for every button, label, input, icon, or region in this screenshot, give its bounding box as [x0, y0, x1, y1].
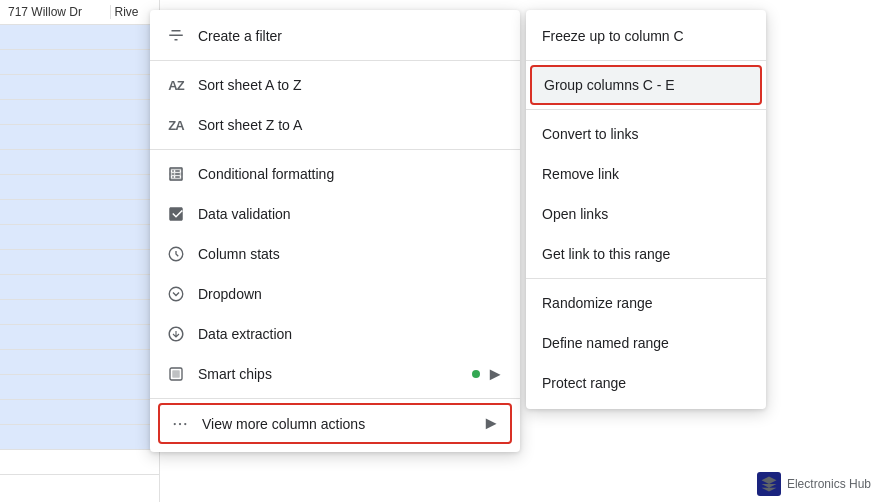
sub-context-menu: Freeze up to column C Group columns C - … [526, 10, 766, 409]
smart-chips-right: ► [472, 364, 504, 385]
cell-row-10 [0, 250, 159, 275]
svg-point-5 [179, 422, 181, 424]
data-validation-label: Data validation [198, 206, 504, 222]
sub-menu-item-convert-links[interactable]: Convert to links [526, 114, 766, 154]
cell-row-13 [0, 325, 159, 350]
cell-row-7 [0, 175, 159, 200]
cell-row-0: 717 Willow Dr Rive [0, 0, 159, 25]
cell-row-18 [0, 450, 159, 475]
cell-row-1 [0, 25, 159, 50]
dropdown-label: Dropdown [198, 286, 504, 302]
data-validation-icon [166, 204, 186, 224]
sort-az-label: Sort sheet A to Z [198, 77, 504, 93]
sub-menu-item-group-cols[interactable]: Group columns C - E [530, 65, 762, 105]
sub-menu-item-randomize[interactable]: Randomize range [526, 283, 766, 323]
sub-menu-item-define-named[interactable]: Define named range [526, 323, 766, 363]
divider-2 [150, 149, 520, 150]
sub-divider-2 [526, 109, 766, 110]
divider-3 [150, 398, 520, 399]
menu-item-sort-za[interactable]: ZA Sort sheet Z to A [150, 105, 520, 145]
menu-item-sort-az[interactable]: AZ Sort sheet A to Z [150, 65, 520, 105]
cell-row-15 [0, 375, 159, 400]
sub-menu-item-freeze-col-c[interactable]: Freeze up to column C [526, 16, 766, 56]
randomize-label: Randomize range [542, 295, 750, 311]
electronics-hub-logo [757, 472, 781, 496]
cell-area: 717 Willow Dr Rive [0, 0, 160, 502]
sort-az-icon: AZ [166, 75, 186, 95]
cell-row-16 [0, 400, 159, 425]
cell-row-3 [0, 75, 159, 100]
protect-range-label: Protect range [542, 375, 750, 391]
freeze-col-c-label: Freeze up to column C [542, 28, 750, 44]
cell-row-17 [0, 425, 159, 450]
cell-row-5 [0, 125, 159, 150]
conditional-formatting-label: Conditional formatting [198, 166, 504, 182]
menu-item-column-stats[interactable]: Column stats [150, 234, 520, 274]
cell-row-9 [0, 225, 159, 250]
svg-point-6 [184, 422, 186, 424]
sub-menu-item-protect-range[interactable]: Protect range [526, 363, 766, 403]
view-more-label: View more column actions [202, 416, 470, 432]
view-more-arrow: ► [482, 413, 500, 434]
menu-item-view-more[interactable]: View more column actions ► [158, 403, 512, 444]
menu-item-create-filter[interactable]: Create a filter [150, 16, 520, 56]
dropdown-icon [166, 284, 186, 304]
remove-link-label: Remove link [542, 166, 750, 182]
cell-row-6 [0, 150, 159, 175]
column-stats-icon [166, 244, 186, 264]
get-link-label: Get link to this range [542, 246, 750, 262]
svg-point-4 [174, 422, 176, 424]
cell-row-2 [0, 50, 159, 75]
create-filter-label: Create a filter [198, 28, 504, 44]
svg-point-1 [169, 287, 183, 301]
sub-divider-1 [526, 60, 766, 61]
cell-row-11 [0, 275, 159, 300]
smart-chips-arrow: ► [486, 364, 504, 385]
sub-divider-3 [526, 278, 766, 279]
main-context-menu: Create a filter AZ Sort sheet A to Z ZA … [150, 10, 520, 452]
menu-item-smart-chips[interactable]: Smart chips ► [150, 354, 520, 394]
svg-rect-3 [172, 370, 180, 378]
electronics-hub-label: Electronics Hub [787, 477, 871, 491]
define-named-label: Define named range [542, 335, 750, 351]
open-links-label: Open links [542, 206, 750, 222]
smart-chips-label: Smart chips [198, 366, 460, 382]
menu-item-data-validation[interactable]: Data validation [150, 194, 520, 234]
convert-links-label: Convert to links [542, 126, 750, 142]
cell-row-12 [0, 300, 159, 325]
conditional-formatting-icon [166, 164, 186, 184]
data-extraction-label: Data extraction [198, 326, 504, 342]
cell-row-14 [0, 350, 159, 375]
column-stats-label: Column stats [198, 246, 504, 262]
more-icon [170, 414, 190, 434]
smart-chips-icon [166, 364, 186, 384]
group-cols-label: Group columns C - E [544, 77, 748, 93]
menu-item-conditional-formatting[interactable]: Conditional formatting [150, 154, 520, 194]
green-dot [472, 370, 480, 378]
cell-a0: 717 Willow Dr [4, 5, 111, 19]
electronics-hub-footer: Electronics Hub [757, 472, 871, 496]
sort-za-icon: ZA [166, 115, 186, 135]
filter-icon [166, 26, 186, 46]
cell-row-8 [0, 200, 159, 225]
data-extraction-icon [166, 324, 186, 344]
sub-menu-item-get-link[interactable]: Get link to this range [526, 234, 766, 274]
sub-menu-item-open-links[interactable]: Open links [526, 194, 766, 234]
sub-menu-item-remove-link[interactable]: Remove link [526, 154, 766, 194]
menu-item-dropdown[interactable]: Dropdown [150, 274, 520, 314]
sort-za-label: Sort sheet Z to A [198, 117, 504, 133]
menu-item-data-extraction[interactable]: Data extraction [150, 314, 520, 354]
cell-row-4 [0, 100, 159, 125]
divider-1 [150, 60, 520, 61]
